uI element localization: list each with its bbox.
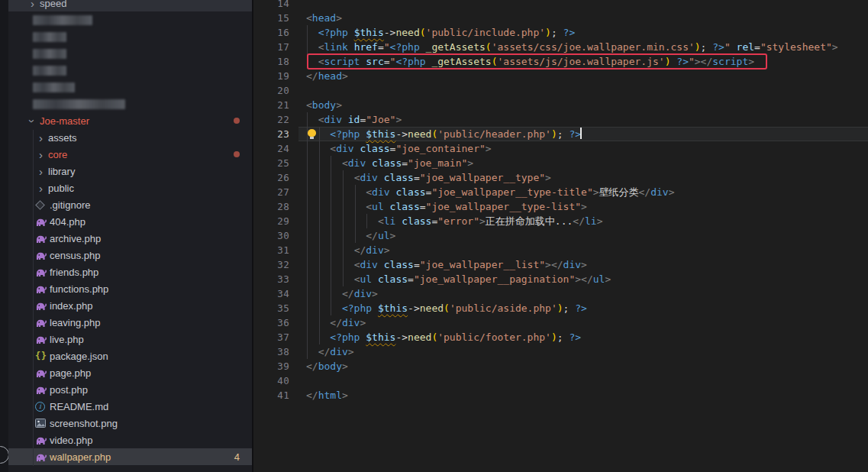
line-number[interactable]: 36	[254, 315, 289, 330]
line-number[interactable]: 27	[254, 185, 289, 199]
code-line[interactable]: 32 <div class="joe_wallpaper__list"></di…	[254, 257, 868, 272]
sidebar-item-screenshot-png[interactable]: screenshot.png	[8, 415, 252, 432]
code-line[interactable]: 39</body>	[254, 359, 868, 373]
line-number[interactable]: 39	[254, 359, 289, 373]
code-line[interactable]: 24 <div class="joe_container">	[254, 141, 868, 156]
item-label: core	[48, 149, 67, 160]
redacted-label	[33, 32, 66, 42]
code-line[interactable]: 37 <?php $this->need('public/footer.php'…	[254, 330, 868, 344]
code-line[interactable]: 36 </div>	[254, 315, 868, 330]
code-line[interactable]: 19</head>	[254, 69, 868, 83]
sidebar-item-wallpaper-php[interactable]: wallpaper.php4	[8, 448, 252, 465]
php-icon	[35, 234, 47, 244]
json-icon: {}	[35, 351, 47, 361]
php-icon	[35, 284, 47, 294]
code-line[interactable]: 20	[254, 83, 868, 98]
sidebar-item-assets[interactable]: ›assets	[8, 129, 252, 146]
item-label: package.json	[50, 351, 108, 362]
sidebar-item-functions-php[interactable]: functions.php	[8, 280, 252, 297]
code-line[interactable]: 14	[254, 0, 868, 11]
code-line[interactable]: 31 </div>	[254, 243, 868, 257]
code-line[interactable]: 41</html>	[254, 388, 868, 402]
item-label: post.php	[50, 384, 88, 396]
sidebar-item-post-php[interactable]: post.php	[8, 381, 252, 398]
php-icon	[35, 385, 47, 395]
line-number[interactable]: 16	[254, 25, 289, 40]
code-text: </html>	[306, 388, 348, 402]
sidebar-item-library[interactable]: ›library	[8, 163, 252, 179]
line-number[interactable]: 18	[254, 54, 289, 69]
sidebar-item-speed[interactable]: › speed	[8, 0, 252, 11]
code-editor[interactable]: 1415<head>16 <?php $this->need('public/i…	[254, 0, 868, 472]
code-line[interactable]: 27 <div class="joe_wallpaper__type-title…	[254, 185, 868, 199]
sidebar-item--gitignore[interactable]: .gitignore	[8, 196, 252, 213]
sidebar-item-census-php[interactable]: census.php	[8, 247, 252, 263]
item-label: 404.php	[50, 216, 86, 228]
php-icon	[35, 368, 47, 378]
chevron-right-icon: ›	[35, 132, 47, 144]
php-icon	[35, 435, 47, 445]
code-text: <link href="<?php _getAssets('assets/css…	[306, 40, 838, 54]
line-number[interactable]: 34	[254, 286, 289, 301]
sidebar-item-leaving-php[interactable]: leaving.php	[8, 314, 252, 331]
sidebar-item-archive-php[interactable]: archive.php	[8, 230, 252, 247]
line-number[interactable]: 38	[254, 344, 289, 359]
code-line[interactable]: 23 <?php $this->need('public/header.php'…	[254, 127, 868, 141]
code-text: <ul class="joe_wallpaper__pagination"></…	[306, 272, 611, 286]
code-line[interactable]: 22 <div id="Joe">	[254, 112, 868, 127]
sidebar-item-video-php[interactable]: video.php	[8, 432, 252, 448]
code-line[interactable]: 18 <script src="<?php _getAssets('assets…	[254, 54, 868, 69]
sidebar-item-readme-md[interactable]: iREADME.md	[8, 398, 252, 415]
sidebar-item-public[interactable]: ›public	[8, 179, 252, 196]
line-number[interactable]: 23	[254, 127, 289, 141]
code-line[interactable]: 21<body>	[254, 98, 868, 112]
line-number[interactable]: 31	[254, 243, 289, 257]
code-line[interactable]: 33 <ul class="joe_wallpaper__pagination"…	[254, 272, 868, 286]
line-number[interactable]: 15	[254, 11, 289, 25]
php-icon	[35, 267, 47, 277]
line-number[interactable]: 20	[254, 83, 289, 98]
sidebar-item-friends-php[interactable]: friends.php	[8, 263, 252, 280]
sidebar-item-page-php[interactable]: page.php	[8, 364, 252, 381]
line-number[interactable]: 33	[254, 272, 289, 286]
line-number[interactable]: 25	[254, 156, 289, 170]
line-number[interactable]: 24	[254, 141, 289, 156]
line-number[interactable]: 29	[254, 214, 289, 228]
item-label: video.php	[50, 435, 92, 446]
line-number[interactable]: 28	[254, 199, 289, 214]
code-line[interactable]: 16 <?php $this->need('public/include.php…	[254, 25, 868, 40]
code-line[interactable]: 38 </div>	[254, 344, 868, 359]
code-line[interactable]: 40	[254, 373, 868, 388]
item-label: public	[48, 183, 74, 194]
line-number[interactable]: 26	[254, 170, 289, 185]
sidebar-item-joe-master[interactable]: ›Joe-master	[8, 112, 252, 129]
line-number[interactable]: 37	[254, 330, 289, 344]
sidebar-item-package-json[interactable]: {}package.json	[8, 348, 252, 364]
php-icon	[35, 452, 47, 462]
code-line[interactable]: 28 <ul class="joe_wallpaper__type-list">	[254, 199, 868, 214]
sidebar-item-404-php[interactable]: 404.php	[8, 213, 252, 230]
line-number[interactable]: 40	[254, 373, 289, 388]
code-line[interactable]: 25 <div class="joe_main">	[254, 156, 868, 170]
line-number[interactable]: 19	[254, 69, 289, 83]
code-line[interactable]: 30 </ul>	[254, 228, 868, 243]
code-line[interactable]: 17 <link href="<?php _getAssets('assets/…	[254, 40, 868, 54]
line-number[interactable]: 17	[254, 40, 289, 54]
line-number[interactable]: 21	[254, 98, 289, 112]
code-text: </div>	[306, 286, 378, 301]
redacted-item	[8, 11, 252, 28]
line-number[interactable]: 30	[254, 228, 289, 243]
line-number[interactable]: 14	[254, 0, 289, 11]
code-line[interactable]: 29 <li class="error">正在拼命加载中...</li>	[254, 214, 868, 228]
sidebar-item-index-php[interactable]: index.php	[8, 297, 252, 314]
sidebar-item-core[interactable]: ›core	[8, 146, 252, 163]
line-number[interactable]: 22	[254, 112, 289, 127]
code-line[interactable]: 15<head>	[254, 11, 868, 25]
code-line[interactable]: 35 <?php $this->need('public/aside.php')…	[254, 301, 868, 315]
line-number[interactable]: 35	[254, 301, 289, 315]
code-line[interactable]: 26 <div class="joe_wallpaper__type">	[254, 170, 868, 185]
code-line[interactable]: 34 </div>	[254, 286, 868, 301]
line-number[interactable]: 32	[254, 257, 289, 272]
line-number[interactable]: 41	[254, 388, 289, 402]
sidebar-item-live-php[interactable]: live.php	[8, 331, 252, 348]
